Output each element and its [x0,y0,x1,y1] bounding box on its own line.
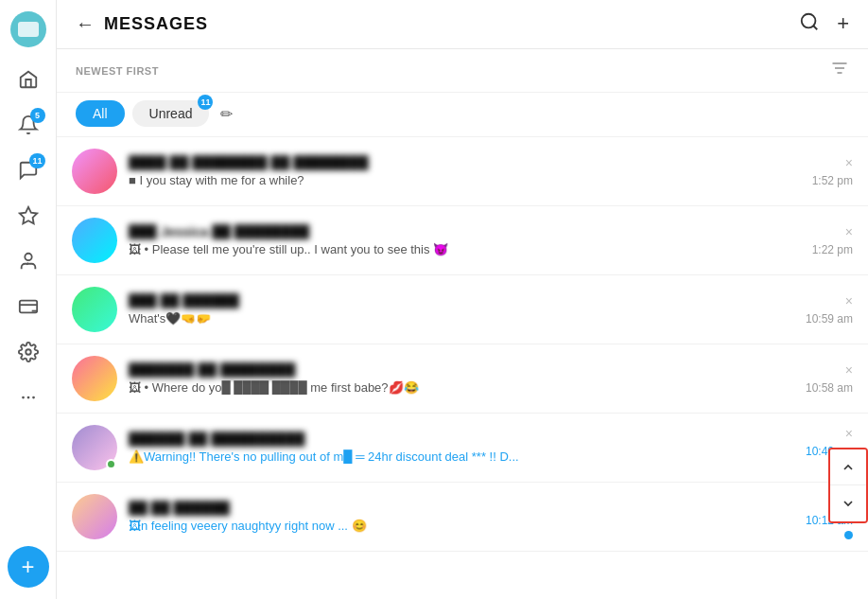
tab-unread[interactable]: Unread 11 [132,100,210,127]
floating-buttons [828,448,868,523]
message-item[interactable]: ████ ██ ████████ ██ ████████ ■ I you sta… [57,137,868,206]
avatar [72,149,117,194]
sender-name: ████ ██ ████████ ██ ████████ [129,155,801,170]
svg-point-7 [22,396,25,399]
page-title: MESSAGES [104,14,799,34]
message-meta: × 10:59 am [806,293,853,326]
filter-icon[interactable] [830,59,849,82]
message-content: ███████ ██ ████████ 🖼 • Where do yo█ ███… [129,362,794,395]
scroll-up-button[interactable] [830,449,866,485]
sender-name: ██ ██ ██████ [129,501,794,516]
unread-count-badge: 11 [198,95,213,110]
message-preview: 🖼 • Where do yo█ ████ ████ me first babe… [129,380,794,395]
message-item[interactable]: ███ Jessica ██ ████████ 🖼 • Please tell … [57,206,868,275]
edit-icon[interactable]: ✏ [220,105,233,123]
sidebar-add-button[interactable]: + [8,546,49,588]
svg-point-5 [26,349,31,355]
avatar [72,356,117,401]
sidebar-item-more[interactable] [8,377,49,418]
messages-header: ← MESSAGES + [57,0,868,49]
online-indicator [106,459,116,469]
svg-point-8 [32,396,35,399]
avatar-wrap [72,494,117,539]
message-item[interactable]: ██ ██ ██████ 🖼n feeling veeery naughtyy … [57,483,868,552]
header-actions: + [799,11,849,37]
unread-dot [844,531,853,539]
message-item[interactable]: ██████ ██ ██████████ ⚠️Warning!! There's… [57,414,868,483]
sidebar-avatar[interactable] [10,11,46,47]
main-content: ← MESSAGES + NEWEST FIRST All Unread [57,0,868,599]
message-preview: ⚠️Warning!! There's no pulling out of m█… [129,449,794,464]
sidebar-item-settings[interactable] [8,331,49,373]
svg-point-6 [26,396,29,399]
sender-name: ███ Jessica ██ ████████ [129,224,801,239]
message-content: ███ ██ ██████ What's🖤🤜🤛 [129,293,794,326]
close-button[interactable]: × [845,155,853,170]
svg-line-10 [813,26,817,29]
message-time: 1:52 pm [812,174,853,187]
svg-marker-0 [19,207,36,223]
message-content: ████ ██ ████████ ██ ████████ ■ I you sta… [129,155,801,187]
sidebar-item-bookmarks[interactable] [8,195,49,237]
svg-point-9 [802,14,816,28]
message-meta: × 10:58 am [806,362,853,395]
message-preview: What's🖤🤜🤛 [129,311,794,326]
sidebar-item-notifications[interactable]: 5 [8,104,49,146]
avatar [72,218,117,263]
message-item[interactable]: ███ ██ ██████ What's🖤🤜🤛 × 10:59 am [57,275,868,344]
avatar-wrap [72,149,117,194]
message-time: 10:59 am [806,312,853,326]
filter-bar: NEWEST FIRST [57,49,868,93]
close-button[interactable]: × [845,426,853,441]
close-button[interactable]: × [845,293,853,308]
sidebar-item-wallet[interactable] [8,286,49,327]
message-list: ████ ██ ████████ ██ ████████ ■ I you sta… [57,137,868,599]
scroll-down-button[interactable] [830,485,866,521]
search-button[interactable] [799,11,820,37]
notifications-badge: 5 [30,108,45,123]
sidebar: 5 11 [0,0,57,599]
avatar [72,494,117,539]
back-button[interactable]: ← [76,13,95,35]
sender-name: ███████ ██ ████████ [129,362,794,378]
compose-button[interactable]: + [837,11,849,37]
avatar-wrap [72,287,117,332]
avatar-wrap [72,356,117,401]
avatar-wrap [72,425,117,470]
avatar [72,287,117,332]
close-button[interactable]: × [845,224,853,239]
avatar-wrap [72,218,117,263]
message-time: 10:58 am [806,381,853,395]
messages-badge: 11 [29,153,44,168]
sidebar-item-messages[interactable]: 11 [8,150,49,191]
message-time: 1:22 pm [812,243,853,256]
message-content: ██ ██ ██████ 🖼n feeling veeery naughtyy … [129,501,794,533]
message-preview: 🖼n feeling veeery naughtyy right now ...… [129,519,794,533]
sidebar-item-home[interactable] [8,59,49,100]
message-item[interactable]: ███████ ██ ████████ 🖼 • Where do yo█ ███… [57,344,868,414]
sidebar-item-profile[interactable] [8,240,49,282]
message-meta: × 1:52 pm [812,155,853,187]
svg-point-1 [25,254,31,260]
message-content: ███ Jessica ██ ████████ 🖼 • Please tell … [129,224,801,256]
sender-name: ██████ ██ ██████████ [129,432,794,447]
tab-all[interactable]: All [76,100,125,127]
message-tabs: All Unread 11 ✏ [57,93,868,137]
message-preview: ■ I you stay with me for a while? [129,173,801,187]
message-preview: 🖼 • Please tell me you're still up.. I w… [129,242,801,256]
sender-name: ███ ██ ██████ [129,293,794,308]
message-content: ██████ ██ ██████████ ⚠️Warning!! There's… [129,432,794,464]
message-meta: × 1:22 pm [812,224,853,256]
filter-label: NEWEST FIRST [76,65,821,77]
close-button[interactable]: × [845,362,853,378]
